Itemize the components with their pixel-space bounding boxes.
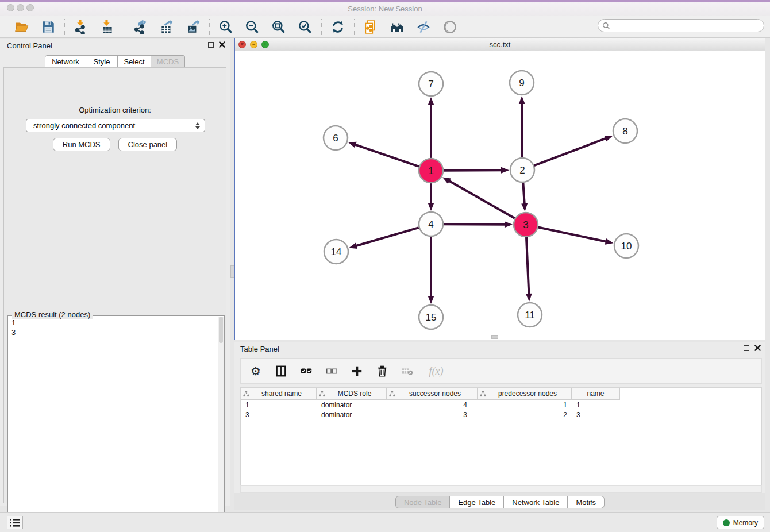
cell-shared-name[interactable]: 3 (241, 410, 317, 419)
function-builder-icon: f(x) (429, 365, 444, 377)
zoom-out-button[interactable] (244, 19, 260, 35)
edge-4-3[interactable] (444, 224, 506, 225)
unselect-all-icon (325, 365, 338, 377)
edge-4-14[interactable] (356, 228, 419, 246)
optimization-criterion-select[interactable]: strongly connected component (26, 119, 205, 132)
network-canvas[interactable]: 7968124314101511 (235, 51, 765, 340)
search-field[interactable] (598, 19, 764, 32)
node-label-7: 7 (428, 79, 433, 90)
node-label-4: 4 (428, 219, 433, 230)
tab-mcds[interactable]: MCDS (151, 55, 185, 68)
tab-network[interactable]: Network (45, 55, 86, 68)
show-graphics-icon (442, 20, 457, 34)
gear-button[interactable]: ⚙ (249, 364, 263, 378)
float-table-panel-icon[interactable] (744, 345, 749, 351)
first-neighbors-icon (390, 20, 405, 34)
tab-style[interactable]: Style (86, 55, 118, 68)
table-hscrollbar[interactable] (240, 485, 762, 493)
edge-3-1[interactable] (448, 180, 514, 218)
cell-predecessor-nodes[interactable]: 2 (478, 410, 572, 419)
column-header-predecessor-nodes[interactable]: predecessor nodes (478, 388, 572, 400)
result-scrollbar[interactable] (218, 317, 224, 530)
cell-MCDS-role[interactable]: dominator (317, 410, 387, 419)
column-browser-button[interactable] (274, 364, 288, 378)
close-panel-button[interactable]: Close panel (118, 138, 178, 151)
table-toolbar: ⚙ f(x) (240, 358, 762, 384)
export-table-button[interactable] (159, 19, 175, 35)
float-panel-icon[interactable] (208, 42, 214, 48)
column-header-name[interactable]: name (572, 388, 620, 400)
edge-2-8[interactable] (534, 138, 607, 165)
hide-graphics-button[interactable] (415, 19, 432, 35)
column-header-MCDS-role[interactable]: MCDS role (317, 388, 387, 400)
clone-network-button[interactable] (363, 19, 379, 35)
edge-1-6[interactable] (355, 144, 419, 166)
edge-3-11[interactable] (526, 237, 529, 295)
tab-select[interactable]: Select (118, 55, 151, 68)
zoom-selected-button[interactable] (297, 19, 313, 35)
table-row[interactable]: 3dominator323 (241, 410, 761, 419)
zoom-out-icon (245, 20, 260, 34)
tab-motifs[interactable]: Motifs (568, 496, 605, 508)
cell-name[interactable]: 1 (572, 400, 620, 410)
cell-MCDS-role[interactable]: dominator (317, 400, 387, 410)
add-button[interactable] (350, 364, 364, 378)
unselect-all-button[interactable] (325, 364, 338, 378)
cell-successor-nodes[interactable]: 3 (387, 410, 478, 419)
tab-edge-table[interactable]: Edge Table (450, 496, 504, 508)
first-neighbors-button[interactable] (389, 19, 405, 35)
edge-1-2[interactable] (444, 170, 502, 171)
table-panel: Table Panel ⚙ f(x) shared nameMCDS roles… (234, 342, 765, 510)
import-network-button[interactable] (73, 19, 89, 35)
search-input[interactable] (610, 21, 764, 31)
mcds-result-title: MCDS result (2 nodes) (12, 310, 93, 319)
delete-table-button[interactable] (401, 364, 414, 378)
network-resize-handle[interactable] (491, 335, 498, 339)
delete-button[interactable] (375, 364, 389, 378)
cell-shared-name[interactable]: 1 (241, 400, 317, 410)
control-panel: Control Panel NetworkStyleSelectMCDS Opt… (0, 39, 230, 506)
refresh-icon (330, 20, 345, 34)
table-row[interactable]: 1dominator411 (241, 400, 761, 410)
cell-name[interactable]: 3 (572, 410, 620, 419)
edge-2-9[interactable] (522, 103, 522, 157)
memory-button[interactable]: Memory (717, 516, 764, 529)
export-image-button[interactable] (185, 19, 201, 35)
show-graphics-button[interactable] (442, 19, 458, 35)
save-session-button[interactable] (40, 19, 56, 35)
tree-icon (243, 391, 249, 397)
close-panel-icon[interactable] (219, 41, 225, 48)
run-mcds-button[interactable]: Run MCDS (53, 138, 110, 151)
mcds-result-text[interactable]: 13 (11, 318, 217, 530)
delete-table-icon (401, 365, 414, 377)
column-header-successor-nodes[interactable]: successor nodes (387, 388, 478, 400)
clone-network-icon (363, 20, 378, 34)
cell-predecessor-nodes[interactable]: 1 (478, 400, 572, 410)
select-all-icon (300, 365, 313, 377)
tab-node-table[interactable]: Node Table (395, 496, 451, 508)
zoom-fit-button[interactable] (271, 19, 287, 35)
edge-2-3[interactable] (523, 183, 524, 205)
optimization-criterion-label: Optimization criterion: (4, 106, 226, 114)
select-all-button[interactable] (299, 364, 313, 378)
open-file-button[interactable] (14, 19, 30, 35)
close-table-panel-icon[interactable] (754, 345, 761, 351)
zoom-fit-icon (271, 20, 286, 34)
export-network-button[interactable] (132, 19, 148, 35)
network-window-titlebar[interactable]: × – + scc.txt (235, 38, 765, 51)
zoom-in-button[interactable] (218, 19, 234, 35)
zoom-selected-icon (298, 20, 313, 34)
column-header-shared-name[interactable]: shared name (241, 388, 317, 400)
edge-3-10[interactable] (538, 228, 607, 242)
gear-icon: ⚙ (251, 365, 261, 377)
task-history-button[interactable] (7, 516, 23, 529)
control-panel-tabs: NetworkStyleSelectMCDS (45, 55, 185, 68)
node-table[interactable]: shared nameMCDS rolesuccessor nodesprede… (240, 387, 762, 485)
function-builder-button[interactable]: f(x) (426, 364, 446, 378)
refresh-button[interactable] (330, 19, 346, 35)
network-graph[interactable]: 7968124314101511 (235, 51, 765, 340)
cell-successor-nodes[interactable]: 4 (387, 400, 478, 410)
import-table-button[interactable] (99, 19, 116, 35)
panel-divider-handle[interactable] (230, 265, 234, 278)
tab-network-table[interactable]: Network Table (504, 496, 568, 508)
